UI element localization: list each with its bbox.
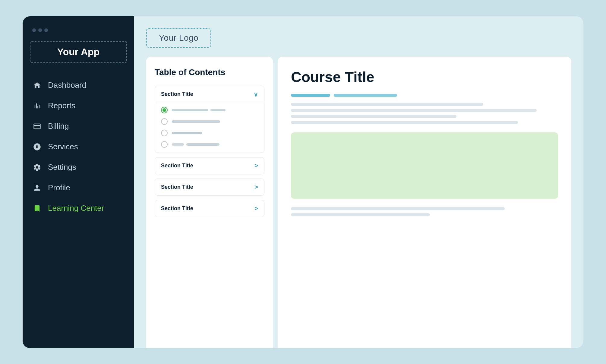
logo-box: Your Logo (146, 28, 211, 48)
sidebar-item-settings[interactable]: Settings (23, 157, 134, 178)
meta-bar-1 (291, 94, 330, 97)
sidebar-item-dashboard[interactable]: Dashboard (23, 75, 134, 96)
radio-empty (161, 130, 168, 136)
logo-text: Your Logo (159, 33, 198, 43)
toc-section-1: Section Title ∨ (155, 86, 264, 153)
services-icon (32, 142, 42, 152)
text-line-2 (291, 109, 537, 112)
bottom-line-1 (291, 207, 505, 210)
lesson-bar-4 (172, 143, 258, 146)
bottom-line-2 (291, 213, 430, 216)
app-name-box: Your App (30, 41, 127, 63)
main-content: Your Logo Table of Contents Section Titl… (134, 16, 583, 348)
sidebar-item-services[interactable]: Services (23, 137, 134, 157)
text-line-4 (291, 121, 518, 124)
dot-1 (32, 28, 36, 32)
toc-section-4-header[interactable]: Section Title > (155, 200, 264, 217)
bar-segment (172, 132, 202, 134)
dot-3 (44, 28, 48, 32)
toc-section-4: Section Title > (155, 200, 264, 217)
dot-2 (38, 28, 42, 32)
sidebar-item-profile[interactable]: Profile (23, 178, 134, 198)
toc-section-3-header[interactable]: Section Title > (155, 179, 264, 195)
sidebar-label-billing: Billing (48, 122, 69, 131)
sidebar-label-reports: Reports (48, 101, 75, 110)
lesson-bar-3 (172, 132, 258, 134)
lesson-bar-1 (172, 109, 258, 111)
app-name: Your App (57, 46, 99, 57)
chevron-right-icon: > (254, 162, 258, 169)
toc-section-2: Section Title > (155, 157, 264, 174)
toc-section-1-title: Section Title (161, 91, 193, 97)
learning-icon (32, 204, 42, 213)
billing-icon (32, 122, 42, 131)
lesson-bar-2 (172, 120, 258, 123)
course-meta-bars (291, 94, 558, 97)
profile-icon (32, 183, 42, 193)
settings-icon (32, 163, 42, 172)
toc-section-1-header[interactable]: Section Title ∨ (155, 86, 264, 103)
logo-area: Your Logo (146, 28, 571, 48)
home-icon (32, 81, 42, 90)
toc-section-1-body (155, 103, 264, 153)
chevron-right-icon: > (254, 205, 258, 212)
meta-bar-2 (334, 94, 397, 97)
chevron-down-icon: ∨ (254, 91, 258, 98)
toc-section-3: Section Title > (155, 179, 264, 196)
bar-segment (172, 109, 208, 111)
sidebar-label-services: Services (48, 142, 78, 151)
course-image-placeholder (291, 132, 558, 199)
text-line-3 (291, 115, 456, 118)
radio-empty (161, 118, 168, 125)
app-container: Your App Dashboard Reports (23, 16, 583, 348)
sidebar-item-reports[interactable]: Reports (23, 96, 134, 116)
toc-lesson-2[interactable] (161, 118, 258, 125)
bar-segment (210, 109, 226, 111)
toc-title: Table of Contents (155, 68, 264, 77)
sidebar-label-learning-center: Learning Center (48, 204, 104, 213)
radio-empty (161, 141, 168, 148)
toc-lesson-4[interactable] (161, 141, 258, 148)
toc-section-4-title: Section Title (161, 205, 193, 212)
bar-segment (186, 143, 219, 146)
radio-inner (163, 108, 166, 112)
toc-section-2-title: Section Title (161, 163, 193, 169)
course-title: Course Title (291, 69, 558, 85)
toc-panel: Table of Contents Section Title ∨ (146, 57, 273, 348)
content-area: Table of Contents Section Title ∨ (146, 57, 571, 348)
sidebar: Your App Dashboard Reports (23, 16, 134, 348)
course-bottom-lines (291, 207, 558, 216)
toc-lesson-1[interactable] (161, 107, 258, 113)
toc-lesson-3[interactable] (161, 130, 258, 136)
sidebar-item-billing[interactable]: Billing (23, 116, 134, 137)
text-line-1 (291, 103, 483, 106)
course-text-lines (291, 103, 558, 124)
window-controls (23, 28, 134, 41)
bar-segment (172, 143, 184, 146)
bar-segment (172, 120, 220, 123)
sidebar-nav: Dashboard Reports Billing (23, 75, 134, 219)
radio-selected (161, 107, 168, 113)
chevron-right-icon: > (254, 184, 258, 191)
sidebar-label-dashboard: Dashboard (48, 81, 86, 90)
toc-section-3-title: Section Title (161, 184, 193, 190)
course-panel: Course Title (278, 57, 571, 348)
sidebar-item-learning-center[interactable]: Learning Center (23, 198, 134, 219)
toc-section-2-header[interactable]: Section Title > (155, 157, 264, 174)
reports-icon (32, 101, 42, 111)
sidebar-label-profile: Profile (48, 183, 70, 192)
sidebar-label-settings: Settings (48, 163, 76, 172)
